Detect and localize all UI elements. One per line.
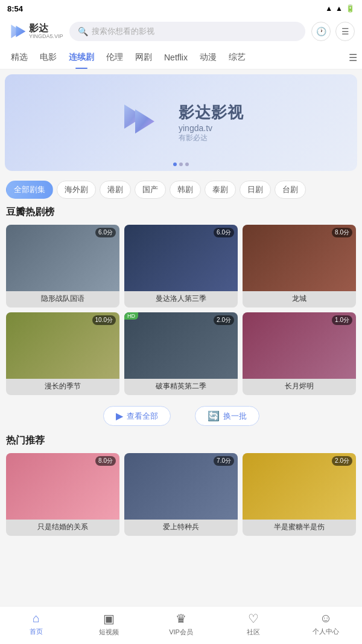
battery-icon: 🔋 [346,4,355,13]
filter-tags: 全部剧集海外剧港剧国产韩剧泰剧日剧台剧 [0,176,362,204]
nav-item-label-VIP会员: VIP会员 [169,628,193,637]
hot-media-label-2: 半是蜜糖半是伤 [243,520,356,536]
filter-tag-全部剧集[interactable]: 全部剧集 [6,181,53,199]
filter-tag-港剧[interactable]: 港剧 [100,181,131,199]
history-button[interactable]: 🕐 [311,22,331,41]
refresh-icon: 🔄 [208,410,220,422]
filter-tag-日剧[interactable]: 日剧 [240,181,271,199]
hot-score-badge-0: 8.0分 [95,456,116,466]
app-logo-icon [7,22,27,41]
hot-media-label-1: 爱上特种兵 [124,520,238,536]
hot-grid: 8.0分只是结婚的关系7.0分爱上特种兵2.0分半是蜜糖半是伤 [6,453,356,536]
score-badge-3: 10.0分 [92,315,116,325]
nav-more-icon[interactable]: ☰ [349,52,357,63]
view-all-button[interactable]: ▶ 查看全部 [103,406,171,426]
douban-section: 豆瓣热剧榜 6.0分隐形战队国语6.0分曼达洛人第三季8.0分龙城10.0分漫长… [0,204,362,400]
banner-dots [173,163,189,166]
signal-icon: ▲ [335,4,343,13]
refresh-label: 换一批 [223,411,247,422]
dot-2 [179,163,183,166]
media-label-2: 龙城 [243,291,356,308]
hot-section: 热门推荐 8.0分只是结婚的关系7.0分爱上特种兵2.0分半是蜜糖半是伤 [0,432,362,541]
media-label-0: 隐形战队国语 [6,291,119,308]
banner-slogan: 有影必达 [179,133,244,143]
logo-main-text: 影达 [29,23,63,34]
douban-grid: 6.0分隐形战队国语6.0分曼达洛人第三季8.0分龙城10.0分漫长的季节2.0… [6,225,356,395]
status-bar: 8:54 ▲ ▲ 🔋 [0,0,362,17]
banner-text-area: 影达影视 yingda.tv 有影必达 [179,102,244,143]
filter-tag-台剧[interactable]: 台剧 [275,181,306,199]
dot-1 [173,163,177,166]
header-actions: 🕐 ☰ [311,22,355,41]
score-badge-4: 2.0分 [214,315,234,325]
search-bar[interactable]: 🔍 搜索你想看的影视 [69,22,305,41]
douban-card-5[interactable]: 1.0分长月烬明 [243,312,356,395]
nav-tab-精选[interactable]: 精选 [5,50,34,65]
banner-logo-icon [118,98,167,147]
nav-item-label-短视频: 短视频 [99,628,119,637]
nav-item-icon-个人中心: ☺ [320,611,332,625]
nav-tab-网剧[interactable]: 网剧 [129,50,158,65]
banner-title: 影达影视 [179,102,244,123]
search-placeholder-text: 搜索你想看的影视 [92,26,154,37]
refresh-button[interactable]: 🔄 换一批 [195,406,259,426]
play-icon: ▶ [116,410,123,422]
hot-media-label-0: 只是结婚的关系 [6,520,119,536]
nav-item-个人中心[interactable]: ☺个人中心 [290,611,362,637]
douban-card-1[interactable]: 6.0分曼达洛人第三季 [124,225,238,308]
svg-marker-1 [16,25,25,37]
douban-card-3[interactable]: 10.0分漫长的季节 [6,312,119,395]
nav-tab-伦理[interactable]: 伦理 [100,50,129,65]
hot-card-2[interactable]: 2.0分半是蜜糖半是伤 [243,453,356,536]
status-icons: ▲ ▲ 🔋 [325,4,355,13]
menu-button[interactable]: ☰ [335,22,355,41]
nav-tab-动漫[interactable]: 动漫 [194,50,223,65]
dot-3 [185,163,189,166]
nav-tab-综艺[interactable]: 综艺 [223,50,252,65]
hot-score-badge-1: 7.0分 [214,456,234,466]
header: 影达 YINGDA5.VIP 🔍 搜索你想看的影视 🕐 ☰ [0,17,362,46]
hot-score-badge-2: 2.0分 [332,456,352,466]
douban-card-4[interactable]: 2.0分HD破事精英第二季 [124,312,238,395]
nav-tab-Netflix[interactable]: Netflix [158,50,194,65]
action-row: ▶ 查看全部 🔄 换一批 [0,400,362,432]
view-all-label: 查看全部 [127,411,158,422]
svg-marker-3 [135,109,154,134]
douban-section-title: 豆瓣热剧榜 [6,204,356,219]
media-label-1: 曼达洛人第三季 [124,291,238,308]
nav-tab-连续剧[interactable]: 连续剧 [63,50,100,65]
nav-item-label-首页: 首页 [30,627,43,636]
nav-item-短视频[interactable]: ▣短视频 [72,611,145,637]
media-label-3: 漫长的季节 [6,379,119,395]
filter-tag-泰剧[interactable]: 泰剧 [205,181,236,199]
nav-item-label-个人中心: 个人中心 [313,627,339,636]
bottom-nav: ⌂首页▣短视频♛VIP会员♡社区☺个人中心 [0,606,362,644]
nav-item-社区[interactable]: ♡社区 [217,611,290,637]
hot-section-title: 热门推荐 [6,432,356,447]
banner-url: yingda.tv [179,123,244,133]
filter-tag-海外剧[interactable]: 海外剧 [57,181,96,199]
hot-card-1[interactable]: 7.0分爱上特种兵 [124,453,238,536]
logo-sub-text: YINGDA5.VIP [29,34,63,40]
nav-item-label-社区: 社区 [247,628,260,637]
media-label-4: 破事精英第二季 [124,379,238,395]
nav-tabs: 精选电影连续剧伦理网剧Netflix动漫综艺☰ [0,46,362,69]
nav-tab-电影[interactable]: 电影 [34,50,63,65]
nav-item-icon-社区: ♡ [248,611,259,626]
hot-card-0[interactable]: 8.0分只是结婚的关系 [6,453,119,536]
filter-tag-国产[interactable]: 国产 [135,181,166,199]
score-badge-1: 6.0分 [214,228,234,237]
logo-text: 影达 YINGDA5.VIP [29,23,63,39]
nav-item-icon-短视频: ▣ [103,611,115,626]
nav-item-icon-首页: ⌂ [33,611,40,625]
score-badge-2: 8.0分 [332,228,352,237]
douban-card-2[interactable]: 8.0分龙城 [243,225,356,308]
filter-tag-韩剧[interactable]: 韩剧 [170,181,201,199]
nav-item-VIP会员[interactable]: ♛VIP会员 [145,611,217,637]
search-icon: 🔍 [78,27,88,36]
banner[interactable]: 影达影视 yingda.tv 有影必达 [5,74,357,171]
douban-card-0[interactable]: 6.0分隐形战队国语 [6,225,119,308]
nav-item-首页[interactable]: ⌂首页 [0,611,72,637]
wifi-icon: ▲ [325,4,332,13]
green-badge-4: HD [124,312,138,320]
